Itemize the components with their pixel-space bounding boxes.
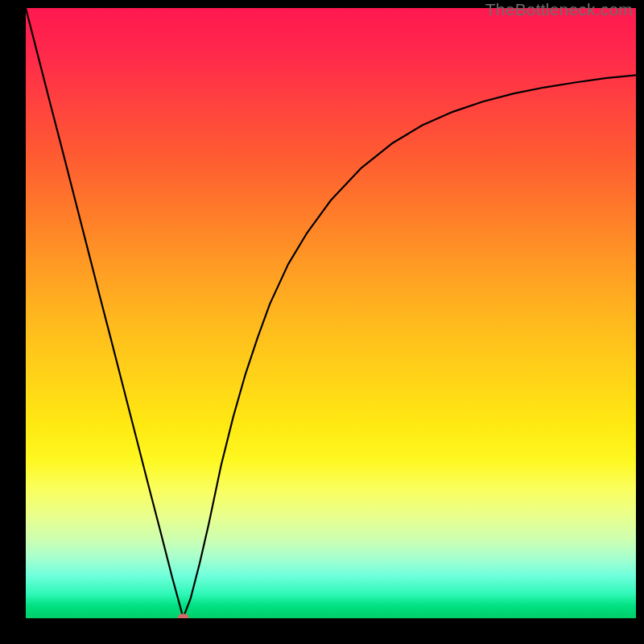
- curve-svg: [26, 8, 636, 618]
- bottleneck-curve: [26, 8, 636, 617]
- watermark-text: TheBottleneck.com: [485, 0, 633, 19]
- plot-area: [26, 8, 636, 618]
- minimum-marker: [178, 613, 189, 618]
- chart-container: TheBottleneck.com: [0, 0, 644, 644]
